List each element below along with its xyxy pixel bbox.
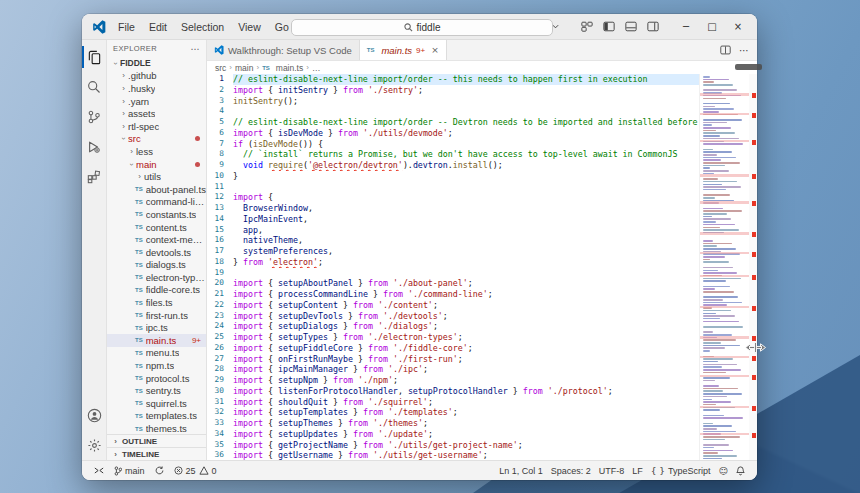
code-line-26[interactable]: 26import { setupFiddleCore } from './fid… (207, 343, 699, 354)
file-electron-types.ts[interactable]: TSelectron-types.ts (107, 271, 206, 284)
code-line-12[interactable]: 12import { (207, 192, 699, 203)
search-icon[interactable] (82, 72, 107, 102)
toggle-secondary-sidebar-icon[interactable] (643, 18, 663, 36)
file-devtools.ts[interactable]: TSdevtools.ts (107, 246, 206, 259)
code-line-9[interactable]: 9 void require('@electron/devtron').devt… (207, 160, 699, 171)
source-control-icon[interactable] (82, 102, 107, 132)
split-editor-icon[interactable] (720, 45, 731, 55)
code-line-18[interactable]: 18} from 'electron'; (207, 257, 699, 268)
folder-.yarn[interactable]: ›.yarn (107, 95, 206, 108)
code-line-14[interactable]: 14 IpcMainEvent, (207, 214, 699, 225)
folder-.husky[interactable]: ›.husky (107, 82, 206, 95)
code-line-3[interactable]: 3initSentry(); (207, 96, 699, 107)
breadcrumb-item[interactable]: src (215, 63, 226, 73)
code-line-8[interactable]: 8 // `install` returns a Promise, but we… (207, 149, 699, 160)
code-line-22[interactable]: 22import { setupContent } from './conten… (207, 300, 699, 311)
file-templates.ts[interactable]: TStemplates.ts (107, 410, 206, 423)
close-button[interactable]: × (725, 18, 751, 36)
eol-sequence[interactable]: LF (628, 466, 647, 476)
file-context-menu.ts[interactable]: TScontext-menu.ts (107, 233, 206, 246)
timeline-section[interactable]: › TIMELINE (107, 447, 206, 460)
file-command-line.ts[interactable]: TScommand-line.ts (107, 196, 206, 209)
breadcrumb-item[interactable]: main (235, 63, 253, 73)
code-line-29[interactable]: 29import { setupNpm } from './npm'; (207, 375, 699, 386)
language-mode[interactable]: { } TypeScript (647, 466, 715, 476)
code-content[interactable]: 1// eslint-disable-next-line import/orde… (207, 74, 699, 460)
file-main.ts[interactable]: TSmain.ts9+ (107, 334, 206, 347)
feedback-smiley[interactable]: ☺ (715, 466, 732, 476)
folder-assets[interactable]: ›assets (107, 107, 206, 120)
file-fiddle-core.ts[interactable]: TSfiddle-core.ts (107, 284, 206, 297)
code-line-15[interactable]: 15 app, (207, 225, 699, 236)
code-line-31[interactable]: 31import { shouldQuit } from './squirrel… (207, 397, 699, 408)
toggle-sidebar-icon[interactable] (599, 18, 619, 36)
folder-rtl-spec[interactable]: ›rtl-spec (107, 120, 206, 133)
code-line-25[interactable]: 25import { setupTypes } from './electron… (207, 332, 699, 343)
minimap[interactable] (699, 74, 749, 460)
explorer-icon[interactable] (82, 42, 107, 72)
code-line-2[interactable]: 2import { initSentry } from './sentry'; (207, 85, 699, 96)
code-editor[interactable]: 1// eslint-disable-next-line import/orde… (207, 74, 757, 460)
code-line-5[interactable]: 5// eslint-disable-next-line import/orde… (207, 117, 699, 128)
sync-status[interactable] (151, 461, 168, 480)
code-line-32[interactable]: 32import { setupTemplates } from './temp… (207, 407, 699, 418)
code-line-24[interactable]: 24import { setupDialogs } from './dialog… (207, 321, 699, 332)
file-protocol.ts[interactable]: TSprotocol.ts (107, 372, 206, 385)
code-line-20[interactable]: 20import { setupAboutPanel } from './abo… (207, 278, 699, 289)
folder-less[interactable]: ›less (107, 145, 206, 158)
file-sentry.ts[interactable]: TSsentry.ts (107, 384, 206, 397)
problems-status[interactable]: 25 0 (170, 461, 221, 480)
breadcrumb-item[interactable]: … (312, 63, 321, 73)
code-line-13[interactable]: 13 BrowserWindow, (207, 203, 699, 214)
file-files.ts[interactable]: TSfiles.ts (107, 296, 206, 309)
file-constants.ts[interactable]: TSconstants.ts (107, 208, 206, 221)
folder-main[interactable]: ›main (107, 158, 206, 171)
code-line-7[interactable]: 7if (isDevMode()) { (207, 139, 699, 150)
menu-item-view[interactable]: View (232, 19, 267, 35)
menu-item-edit[interactable]: Edit (143, 19, 173, 35)
toggle-panel-icon[interactable] (621, 18, 641, 36)
file-about-panel.ts[interactable]: TSabout-panel.ts (107, 183, 206, 196)
file-tree[interactable]: ›FIDDLE›.github›.husky›.yarn›assets›rtl-… (107, 57, 206, 434)
code-line-34[interactable]: 34import { setupUpdates } from './update… (207, 429, 699, 440)
file-dialogs.ts[interactable]: TSdialogs.ts (107, 259, 206, 272)
outline-section[interactable]: › OUTLINE (107, 434, 206, 447)
code-line-10[interactable]: 10} (207, 171, 699, 182)
more-actions-icon[interactable]: ⋯ (739, 45, 749, 56)
tab-walkthrough[interactable]: Walkthrough: Setup VS Code (207, 40, 360, 60)
code-line-17[interactable]: 17 systemPreferences, (207, 246, 699, 257)
code-line-33[interactable]: 33import { setupThemes } from './themes'… (207, 418, 699, 429)
encoding[interactable]: UTF-8 (595, 466, 629, 476)
code-line-35[interactable]: 35import { getProjectName } from './util… (207, 440, 699, 451)
maximize-button[interactable]: □ (699, 18, 725, 36)
file-themes.ts[interactable]: TSthemes.ts (107, 422, 206, 434)
file-menu.ts[interactable]: TSmenu.ts (107, 347, 206, 360)
code-line-27[interactable]: 27import { onFirstRunMaybe } from './fir… (207, 354, 699, 365)
cursor-position[interactable]: Ln 1, Col 1 (495, 466, 547, 476)
run-debug-icon[interactable] (82, 132, 107, 162)
file-npm.ts[interactable]: TSnpm.ts (107, 359, 206, 372)
menu-item-selection[interactable]: Selection (175, 19, 230, 35)
file-content.ts[interactable]: TScontent.ts (107, 221, 206, 234)
code-line-6[interactable]: 6import { isDevMode } from './utils/devm… (207, 128, 699, 139)
folder-utils[interactable]: ›utils (107, 170, 206, 183)
minimize-button[interactable]: ─ (673, 18, 699, 36)
menu-item-file[interactable]: File (112, 19, 141, 35)
file-squirrel.ts[interactable]: TSsquirrel.ts (107, 397, 206, 410)
folder-src[interactable]: ›src (107, 133, 206, 146)
code-line-16[interactable]: 16 nativeTheme, (207, 235, 699, 246)
folder-.github[interactable]: ›.github (107, 70, 206, 83)
extensions-icon[interactable] (82, 162, 107, 192)
file-ipc.ts[interactable]: TSipc.ts (107, 321, 206, 334)
code-line-19[interactable]: 19 (207, 268, 699, 279)
tab-main-ts[interactable]: TS main.ts 9+ × (360, 40, 447, 60)
code-line-21[interactable]: 21import { processCommandLine } from './… (207, 289, 699, 300)
account-icon[interactable] (82, 400, 107, 430)
folder-fiddle[interactable]: ›FIDDLE (107, 57, 206, 70)
customize-layout-icon[interactable] (577, 18, 597, 36)
code-line-11[interactable]: 11 (207, 182, 699, 193)
notifications-bell[interactable] (732, 466, 749, 476)
git-branch-status[interactable]: main (110, 461, 149, 480)
command-center-search[interactable]: fiddle (291, 19, 553, 36)
breadcrumb-item[interactable]: main.ts (276, 63, 303, 73)
